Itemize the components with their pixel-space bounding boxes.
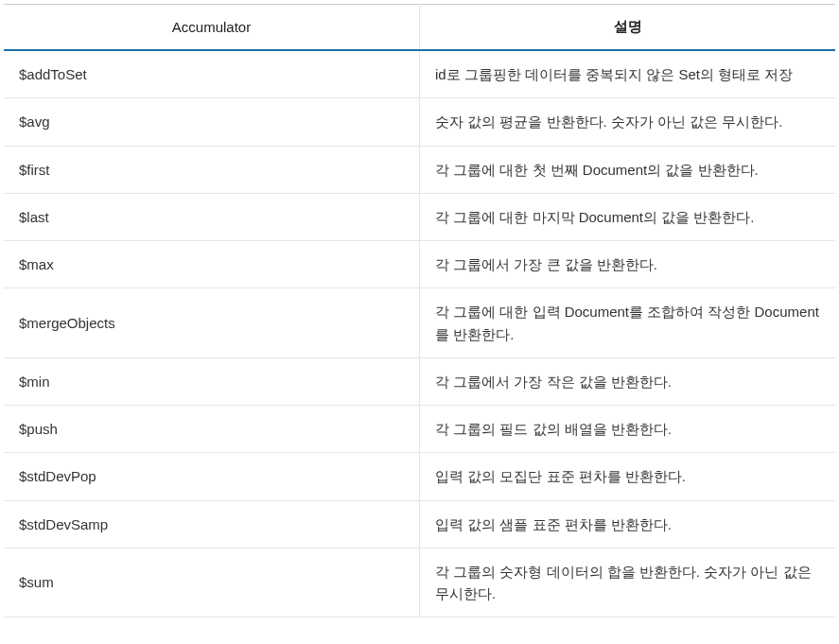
table-row: $stdDevSamp 입력 값의 샘플 표준 편차를 반환한다.	[4, 500, 835, 548]
cell-accumulator: $max	[4, 241, 420, 288]
cell-accumulator: $push	[4, 406, 420, 453]
table-row: $first 각 그룹에 대한 첫 번째 Document의 값을 반환한다.	[4, 146, 835, 193]
table-row: $sum 각 그룹의 숫자형 데이터의 합을 반환한다. 숫자가 아닌 값은 무…	[4, 548, 835, 618]
cell-description: 각 그룹에 대한 입력 Document를 조합하여 작성한 Document를…	[420, 288, 836, 358]
cell-accumulator: $stdDevSamp	[4, 500, 420, 548]
table-row: $avg 숫자 값의 평균을 반환한다. 숫자가 아닌 값은 무시한다.	[4, 98, 835, 146]
header-description: 설명	[420, 5, 836, 51]
cell-accumulator: $addToSet	[4, 50, 420, 98]
cell-description: 각 그룹에서 가장 큰 값을 반환한다.	[420, 241, 836, 288]
cell-description: 각 그룹에 대한 마지막 Document의 값을 반환한다.	[420, 193, 836, 240]
cell-description: 각 그룹에 대한 첫 번째 Document의 값을 반환한다.	[420, 146, 836, 193]
cell-accumulator: $last	[4, 193, 420, 240]
table-header-row: Accumulator 설명	[4, 5, 835, 51]
table-row: $max 각 그룹에서 가장 큰 값을 반환한다.	[4, 241, 835, 288]
header-accumulator: Accumulator	[4, 5, 420, 51]
cell-accumulator: $first	[4, 146, 420, 193]
table-row: $stdDevPop 입력 값의 모집단 표준 편차를 반환한다.	[4, 453, 835, 500]
cell-accumulator: $mergeObjects	[4, 288, 420, 358]
table-row: $min 각 그룹에서 가장 작은 값을 반환한다.	[4, 357, 835, 405]
cell-description: 입력 값의 모집단 표준 편차를 반환한다.	[420, 453, 836, 500]
cell-accumulator: $min	[4, 357, 420, 405]
table-row: $addToSet id로 그룹핑한 데이터를 중복되지 않은 Set의 형태로…	[4, 50, 835, 98]
table-row: $mergeObjects 각 그룹에 대한 입력 Document를 조합하여…	[4, 288, 835, 358]
cell-description: 각 그룹에서 가장 작은 값을 반환한다.	[420, 357, 836, 405]
cell-accumulator: $stdDevPop	[4, 453, 420, 500]
accumulator-table: Accumulator 설명 $addToSet id로 그룹핑한 데이터를 중…	[4, 4, 835, 618]
cell-accumulator: $avg	[4, 98, 420, 146]
cell-description: 숫자 값의 평균을 반환한다. 숫자가 아닌 값은 무시한다.	[420, 98, 836, 146]
cell-description: id로 그룹핑한 데이터를 중복되지 않은 Set의 형태로 저장	[420, 50, 836, 98]
cell-description: 입력 값의 샘플 표준 편차를 반환한다.	[420, 500, 836, 548]
cell-accumulator: $sum	[4, 548, 420, 618]
table-row: $push 각 그룹의 필드 값의 배열을 반환한다.	[4, 406, 835, 453]
cell-description: 각 그룹의 필드 값의 배열을 반환한다.	[420, 406, 836, 453]
table-row: $last 각 그룹에 대한 마지막 Document의 값을 반환한다.	[4, 193, 835, 240]
cell-description: 각 그룹의 숫자형 데이터의 합을 반환한다. 숫자가 아닌 값은 무시한다.	[420, 548, 836, 618]
